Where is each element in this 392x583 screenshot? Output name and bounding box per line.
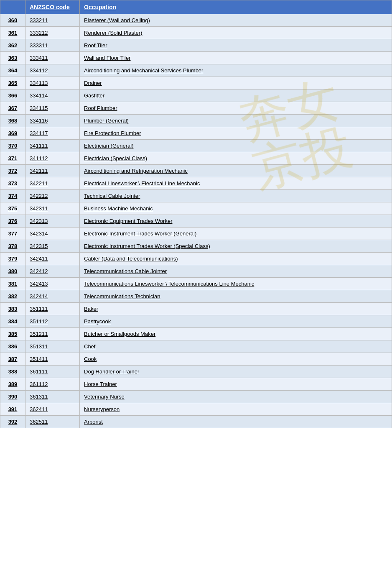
row-occupation[interactable]: Butcher or Smallgoods Maker [80, 328, 392, 340]
row-number: 389 [0, 378, 25, 391]
row-occupation[interactable]: Airconditioning and Refrigeration Mechan… [80, 165, 392, 177]
row-anzsco-code[interactable]: 342212 [25, 190, 80, 202]
row-occupation[interactable]: Telecommunications Cable Jointer [80, 265, 392, 278]
row-occupation[interactable]: Dog Handler or Trainer [80, 366, 392, 378]
table-row: 382342414Telecommunications Technician [0, 290, 392, 303]
row-occupation[interactable]: Chef [80, 340, 392, 353]
row-number: 362 [0, 39, 25, 52]
row-occupation[interactable]: Telecommunications Technician [80, 290, 392, 303]
row-occupation[interactable]: Horse Trainer [80, 378, 392, 391]
row-occupation[interactable]: Roof Tiler [80, 39, 392, 52]
occupation-table: ANZSCO code Occupation 360333211Plastere… [0, 0, 392, 428]
row-anzsco-code[interactable]: 361112 [25, 378, 80, 391]
row-number: 369 [0, 127, 25, 140]
row-anzsco-code[interactable]: 361111 [25, 366, 80, 378]
row-occupation[interactable]: Baker [80, 303, 392, 315]
row-occupation[interactable]: Telecommunications Linesworker \ Telecom… [80, 278, 392, 290]
row-anzsco-code[interactable]: 333212 [25, 27, 80, 39]
row-anzsco-code[interactable]: 362411 [25, 403, 80, 416]
row-anzsco-code[interactable]: 333411 [25, 52, 80, 64]
row-number: 373 [0, 177, 25, 190]
row-number: 387 [0, 353, 25, 366]
row-occupation[interactable]: Airconditioning and Mechanical Services … [80, 64, 392, 77]
row-anzsco-code[interactable]: 334115 [25, 102, 80, 115]
row-occupation[interactable]: Renderer (Solid Plaster) [80, 27, 392, 39]
table-row: 370341111Electrician (General) [0, 140, 392, 152]
table-row: 379342411Cabler (Data and Telecommunicat… [0, 253, 392, 265]
row-anzsco-code[interactable]: 351211 [25, 328, 80, 340]
row-occupation[interactable]: Gasfitter [80, 89, 392, 102]
row-number: 375 [0, 202, 25, 215]
row-anzsco-code[interactable]: 342314 [25, 228, 80, 240]
row-anzsco-code[interactable]: 334114 [25, 89, 80, 102]
table-row: 373342211Electrical Linesworker \ Electr… [0, 177, 392, 190]
table-row: 385351211Butcher or Smallgoods Maker [0, 328, 392, 340]
row-occupation[interactable]: Electrical Linesworker \ Electrical Line… [80, 177, 392, 190]
header-occupation: Occupation [80, 0, 392, 14]
row-number: 388 [0, 366, 25, 378]
row-occupation[interactable]: Arborist [80, 416, 392, 428]
row-occupation[interactable]: Pastrycook [80, 315, 392, 328]
row-anzsco-code[interactable]: 342412 [25, 265, 80, 278]
row-anzsco-code[interactable]: 351311 [25, 340, 80, 353]
row-occupation[interactable]: Electronic Instrument Trades Worker (Gen… [80, 228, 392, 240]
row-anzsco-code[interactable]: 351111 [25, 303, 80, 315]
table-row: 366334114Gasfitter [0, 89, 392, 102]
row-occupation[interactable]: Cook [80, 353, 392, 366]
table-row: 384351112Pastrycook [0, 315, 392, 328]
row-anzsco-code[interactable]: 334113 [25, 77, 80, 89]
row-number: 365 [0, 77, 25, 89]
row-occupation[interactable]: Electrician (Special Class) [80, 152, 392, 165]
table-row: 383351111Baker [0, 303, 392, 315]
table-row: 375342311Business Machine Mechanic [0, 202, 392, 215]
row-anzsco-code[interactable]: 341112 [25, 152, 80, 165]
row-anzsco-code[interactable]: 342211 [25, 177, 80, 190]
table-row: 390361311Veterinary Nurse [0, 391, 392, 403]
row-anzsco-code[interactable]: 342315 [25, 240, 80, 253]
row-occupation[interactable]: Cabler (Data and Telecommunications) [80, 253, 392, 265]
row-number: 370 [0, 140, 25, 152]
table-row: 374342212Technical Cable Jointer [0, 190, 392, 202]
row-anzsco-code[interactable]: 334117 [25, 127, 80, 140]
row-occupation[interactable]: Plasterer (Wall and Ceiling) [80, 14, 392, 27]
row-anzsco-code[interactable]: 342413 [25, 278, 80, 290]
row-number: 363 [0, 52, 25, 64]
row-anzsco-code[interactable]: 351112 [25, 315, 80, 328]
row-occupation[interactable]: Wall and Floor Tiler [80, 52, 392, 64]
table-row: 369334117Fire Protection Plumber [0, 127, 392, 140]
row-occupation[interactable]: Electronic Instrument Trades Worker (Spe… [80, 240, 392, 253]
row-number: 367 [0, 102, 25, 115]
row-number: 381 [0, 278, 25, 290]
row-occupation[interactable]: Fire Protection Plumber [80, 127, 392, 140]
row-number: 385 [0, 328, 25, 340]
row-number: 378 [0, 240, 25, 253]
row-occupation[interactable]: Drainer [80, 77, 392, 89]
row-anzsco-code[interactable]: 342313 [25, 215, 80, 228]
row-anzsco-code[interactable]: 342311 [25, 202, 80, 215]
row-anzsco-code[interactable]: 342111 [25, 165, 80, 177]
row-anzsco-code[interactable]: 333211 [25, 14, 80, 27]
row-anzsco-code[interactable]: 342414 [25, 290, 80, 303]
row-anzsco-code[interactable]: 334116 [25, 115, 80, 127]
table-row: 380342412Telecommunications Cable Jointe… [0, 265, 392, 278]
row-occupation[interactable]: Veterinary Nurse [80, 391, 392, 403]
row-occupation[interactable]: Business Machine Mechanic [80, 202, 392, 215]
row-occupation[interactable]: Nurseryperson [80, 403, 392, 416]
row-number: 390 [0, 391, 25, 403]
row-occupation[interactable]: Electronic Equipment Trades Worker [80, 215, 392, 228]
row-occupation[interactable]: Roof Plumber [80, 102, 392, 115]
row-occupation[interactable]: Electrician (General) [80, 140, 392, 152]
row-anzsco-code[interactable]: 341111 [25, 140, 80, 152]
row-anzsco-code[interactable]: 351411 [25, 353, 80, 366]
row-anzsco-code[interactable]: 362511 [25, 416, 80, 428]
table-row: 360333211Plasterer (Wall and Ceiling) [0, 14, 392, 27]
row-anzsco-code[interactable]: 333311 [25, 39, 80, 52]
row-anzsco-code[interactable]: 334112 [25, 64, 80, 77]
row-anzsco-code[interactable]: 361311 [25, 391, 80, 403]
row-number: 386 [0, 340, 25, 353]
table-row: 363333411Wall and Floor Tiler [0, 52, 392, 64]
row-occupation[interactable]: Technical Cable Jointer [80, 190, 392, 202]
row-occupation[interactable]: Plumber (General) [80, 115, 392, 127]
row-anzsco-code[interactable]: 342411 [25, 253, 80, 265]
row-number: 384 [0, 315, 25, 328]
